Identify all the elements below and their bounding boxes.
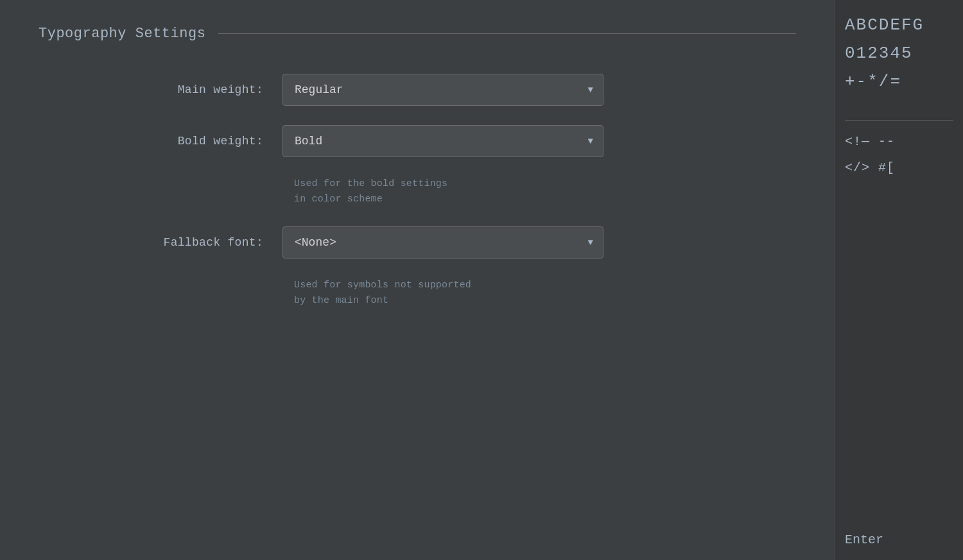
section-header: Typography Settings xyxy=(39,26,796,42)
bold-weight-dropdown-wrapper: Thin Light Regular Medium SemiBold Bold … xyxy=(282,125,603,157)
bold-weight-dropdown[interactable]: Thin Light Regular Medium SemiBold Bold … xyxy=(282,125,603,157)
title-divider xyxy=(218,33,796,34)
fallback-font-description-row: Used for symbols not supported by the ma… xyxy=(90,278,796,309)
fallback-font-description: Used for symbols not supported by the ma… xyxy=(282,278,471,309)
preview-special-section: <!— -- </> #[ xyxy=(845,130,953,183)
preview-code: </> #[ xyxy=(845,157,953,180)
preview-enter: Enter xyxy=(845,404,953,547)
main-panel: Typography Settings Main weight: Thin Li… xyxy=(0,0,835,560)
bold-weight-control: Thin Light Regular Medium SemiBold Bold … xyxy=(282,125,603,157)
fallback-font-control: <None> Arial Helvetica Times New Roman G… xyxy=(282,226,603,259)
main-weight-row: Main weight: Thin Light Regular Medium S… xyxy=(90,74,796,106)
fallback-font-dropdown-wrapper: <None> Arial Helvetica Times New Roman G… xyxy=(282,226,603,259)
bold-weight-description: Used for the bold settings in color sche… xyxy=(282,176,447,207)
bold-weight-description-row: Used for the bold settings in color sche… xyxy=(90,176,796,207)
side-panel: ABCDEFG 012345 +-*/= <!— -- </> #[ Enter xyxy=(835,0,963,560)
settings-grid: Main weight: Thin Light Regular Medium S… xyxy=(39,74,796,328)
fallback-font-label: Fallback font: xyxy=(90,236,282,249)
main-weight-control: Thin Light Regular Medium SemiBold Bold … xyxy=(282,74,603,106)
fallback-font-desc-offset xyxy=(90,278,282,309)
bold-weight-label: Bold weight: xyxy=(90,135,282,148)
preview-digits: 012345 xyxy=(845,41,953,66)
main-weight-dropdown[interactable]: Thin Light Regular Medium SemiBold Bold … xyxy=(282,74,603,106)
fallback-font-row: Fallback font: <None> Arial Helvetica Ti… xyxy=(90,226,796,259)
bold-weight-row: Bold weight: Thin Light Regular Medium S… xyxy=(90,125,796,157)
preview-alpha-section: ABCDEFG 012345 +-*/= xyxy=(845,13,953,98)
preview-math: +-*/= xyxy=(845,69,953,94)
bold-weight-desc-offset xyxy=(90,176,282,207)
main-weight-dropdown-wrapper: Thin Light Regular Medium SemiBold Bold … xyxy=(282,74,603,106)
main-weight-label: Main weight: xyxy=(90,83,282,96)
preview-alpha: ABCDEFG xyxy=(845,13,953,38)
page-title: Typography Settings xyxy=(39,26,205,42)
preview-arrows: <!— -- xyxy=(845,130,953,153)
preview-divider xyxy=(845,120,953,121)
fallback-font-dropdown[interactable]: <None> Arial Helvetica Times New Roman G… xyxy=(282,226,603,259)
